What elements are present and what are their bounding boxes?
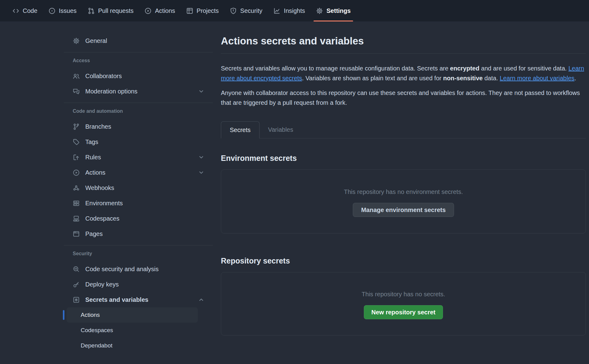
secrets-variables-tabnav: Secrets Variables xyxy=(221,121,586,138)
chevron-up-icon xyxy=(198,297,204,303)
nav-tab-label: Insights xyxy=(284,7,305,14)
environment-secrets-empty-box: This repository has no environment secre… xyxy=(221,169,586,233)
manage-environment-secrets-button[interactable]: Manage environment secrets xyxy=(353,203,454,217)
nav-tab-label: Pull requests xyxy=(98,7,134,14)
tab-variables[interactable]: Variables xyxy=(260,121,302,138)
sidebar-subitem-actions[interactable]: Actions xyxy=(67,307,198,323)
codespaces-icon xyxy=(73,215,80,222)
new-repository-secret-button[interactable]: New repository secret xyxy=(364,305,443,319)
intro-text-segment: . xyxy=(575,75,576,82)
nav-tab-projects[interactable]: Projects xyxy=(182,0,223,21)
sidebar-item-code-security-and-analysis[interactable]: Code security and analysis xyxy=(64,261,213,277)
chevron-down-icon xyxy=(198,154,204,160)
sidebar-subitem-dependabot[interactable]: Dependabot xyxy=(64,338,213,353)
play-icon xyxy=(73,169,80,176)
sidebar-item-codespaces[interactable]: Codespaces xyxy=(64,211,213,226)
settings-sidebar: General Access Collaborators Moderation … xyxy=(64,33,213,353)
gear-icon xyxy=(73,37,80,44)
intro-paragraph-2: Anyone with collaborator access to this … xyxy=(221,88,586,108)
asterisk-box-icon xyxy=(73,296,80,303)
graph-icon xyxy=(273,7,280,14)
repository-secrets-empty-box: This repository has no secrets. New repo… xyxy=(221,272,586,336)
gear-icon xyxy=(316,7,323,14)
sidebar-item-branches[interactable]: Branches xyxy=(64,119,213,134)
sidebar-item-label: Actions xyxy=(85,169,106,176)
code-scan-icon xyxy=(73,266,80,273)
sidebar-divider xyxy=(64,103,213,103)
sidebar-subitem-label: Dependabot xyxy=(81,342,113,349)
sidebar-item-label: Rules xyxy=(85,154,101,161)
sidebar-item-label: Pages xyxy=(85,230,103,237)
intro-text-segment: Secrets and variables allow you to manag… xyxy=(221,65,450,72)
sidebar-item-rules[interactable]: Rules xyxy=(64,150,213,165)
sidebar-item-label: Collaborators xyxy=(85,73,122,80)
sidebar-divider xyxy=(64,245,213,245)
nav-tab-code[interactable]: Code xyxy=(8,0,42,21)
repository-secrets-empty-message: This repository has no secrets. xyxy=(362,291,445,298)
sidebar-item-label: Deploy keys xyxy=(85,281,119,288)
nav-tab-label: Actions xyxy=(155,7,175,14)
nav-tab-label: Settings xyxy=(326,7,351,14)
chevron-down-icon xyxy=(198,169,204,176)
sidebar-subitem-label: Actions xyxy=(81,312,100,318)
environment-secrets-heading: Environment secrets xyxy=(221,153,586,163)
active-tab-underline xyxy=(314,21,353,21)
shield-exclamation-icon xyxy=(230,7,237,14)
sidebar-item-moderation-options[interactable]: Moderation options xyxy=(64,84,213,99)
tab-secrets[interactable]: Secrets xyxy=(221,121,260,138)
sidebar-item-label: Secrets and variables xyxy=(85,296,148,303)
nav-tab-issues[interactable]: Issues xyxy=(44,0,81,21)
key-icon xyxy=(73,281,80,288)
browser-icon xyxy=(73,230,80,237)
sidebar-divider xyxy=(64,52,213,52)
sidebar-item-secrets-and-variables[interactable]: Secrets and variables xyxy=(64,292,213,307)
sidebar-subitem-label: Codespaces xyxy=(81,327,113,334)
chevron-down-icon xyxy=(198,88,204,94)
webhook-icon xyxy=(73,184,80,191)
sidebar-item-tags[interactable]: Tags xyxy=(64,134,213,150)
repo-nav: Code Issues Pull requests Actions Projec… xyxy=(0,0,589,21)
nav-tab-actions[interactable]: Actions xyxy=(140,0,179,21)
intro-text: Secrets and variables allow you to manag… xyxy=(221,63,586,108)
nav-tab-pull-requests[interactable]: Pull requests xyxy=(83,0,138,21)
rules-icon xyxy=(73,154,80,161)
intro-text-segment: and are used for sensitive data. xyxy=(479,65,568,72)
sidebar-item-webhooks[interactable]: Webhooks xyxy=(64,180,213,195)
sidebar-item-label: Codespaces xyxy=(85,215,119,222)
sidebar-item-label: Branches xyxy=(85,123,111,130)
server-icon xyxy=(73,200,80,207)
sidebar-item-label: Moderation options xyxy=(85,88,137,95)
nav-tab-security[interactable]: Security xyxy=(225,0,267,21)
tag-icon xyxy=(73,138,80,146)
sidebar-item-label: Tags xyxy=(85,138,98,146)
link-learn-more-variables[interactable]: Learn more about variables xyxy=(500,75,574,82)
sidebar-subitem-codespaces[interactable]: Codespaces xyxy=(64,323,213,338)
sidebar-item-label: General xyxy=(85,37,107,44)
environment-secrets-empty-message: This repository has no environment secre… xyxy=(344,188,463,195)
nav-tab-insights[interactable]: Insights xyxy=(269,0,309,21)
page-title: Actions secrets and variables xyxy=(221,35,586,54)
nav-tab-settings[interactable]: Settings xyxy=(312,0,355,21)
sidebar-item-label: Webhooks xyxy=(85,184,114,191)
repository-secrets-heading: Repository secrets xyxy=(221,256,586,266)
sidebar-item-actions[interactable]: Actions xyxy=(64,165,213,180)
nav-tab-label: Code xyxy=(23,7,37,14)
sidebar-item-environments[interactable]: Environments xyxy=(64,195,213,211)
git-branch-icon xyxy=(73,123,80,130)
sidebar-section-code-and-automation: Code and automation xyxy=(64,107,213,116)
intro-text-segment: . Variables are shown as plain text and … xyxy=(302,75,443,82)
nav-tab-label: Issues xyxy=(59,7,77,14)
intro-text-segment: data. xyxy=(483,75,500,82)
sidebar-section-access: Access xyxy=(64,56,213,65)
sidebar-item-label: Environments xyxy=(85,200,123,207)
nav-tab-label: Projects xyxy=(197,7,219,14)
sidebar-item-pages[interactable]: Pages xyxy=(64,226,213,241)
git-pull-request-icon xyxy=(88,7,95,14)
sidebar-item-general[interactable]: General xyxy=(64,33,213,48)
sidebar-section-security: Security xyxy=(64,249,213,258)
issue-opened-icon xyxy=(48,7,56,14)
people-icon xyxy=(73,73,80,80)
sidebar-item-collaborators[interactable]: Collaborators xyxy=(64,68,213,84)
sidebar-item-deploy-keys[interactable]: Deploy keys xyxy=(64,277,213,292)
play-icon xyxy=(144,7,152,14)
